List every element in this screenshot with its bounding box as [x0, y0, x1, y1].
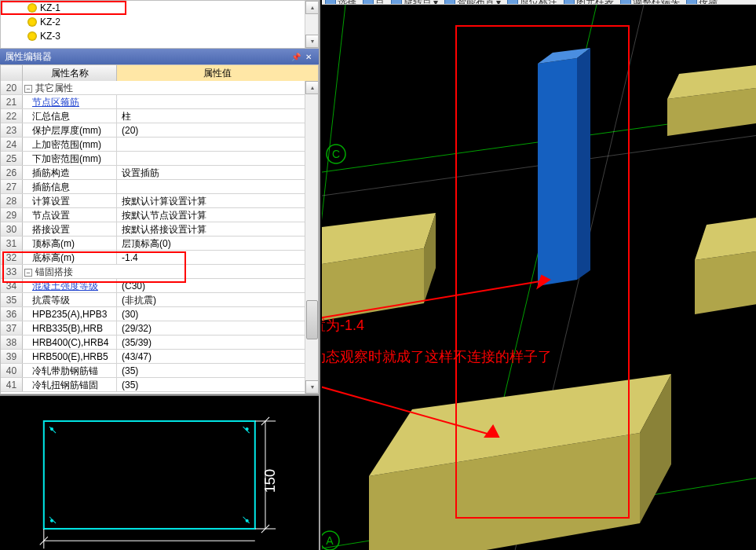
property-value[interactable]: (20)	[117, 123, 318, 137]
gear-icon	[27, 3, 37, 13]
property-name: 汇总信息	[23, 109, 117, 123]
property-name: HPB235(A),HPB3	[23, 307, 117, 321]
header-value: 属性值	[117, 65, 318, 81]
property-name: 顶标高(m)	[23, 236, 117, 250]
property-name: 上加密范围(mm)	[23, 138, 117, 151]
pin-icon[interactable]: 📌	[290, 51, 301, 62]
row-number: 32	[1, 251, 23, 264]
scroll-down-button[interactable]: ▾	[305, 380, 319, 394]
property-row[interactable]: 37HRB335(B),HRB(29/32)	[1, 321, 318, 336]
property-row[interactable]: 38HRB400(C),HRB4(35/39)	[1, 336, 318, 350]
property-value[interactable]: 按默认节点设置计算	[117, 208, 318, 222]
property-row[interactable]: 20−其它属性	[1, 81, 318, 95]
property-row[interactable]: 34混凝土强度等级(C30)	[1, 279, 318, 293]
property-value[interactable]: (43/47)	[117, 350, 318, 363]
property-row[interactable]: 27插筋信息	[1, 180, 318, 194]
property-value[interactable]: -1.4	[117, 251, 318, 264]
property-value[interactable]: (35)	[117, 364, 318, 377]
property-name: 插筋构造	[23, 166, 117, 179]
property-group-name: −其它属性	[23, 81, 318, 94]
property-name: HRB335(B),HRB	[23, 321, 117, 335]
row-number: 21	[1, 95, 23, 108]
property-name: 抗震等级	[23, 293, 117, 306]
property-value[interactable]	[117, 180, 318, 193]
property-row[interactable]: 39HRB500(E),HRB5(43/47)	[1, 350, 318, 364]
property-value[interactable]: (35/39)	[117, 336, 318, 349]
tree-label: KZ-3	[40, 31, 60, 42]
property-row[interactable]: 25下加密范围(mm)	[1, 152, 318, 166]
tree-item-kz2[interactable]: KZ-2	[1, 15, 318, 29]
property-name: HRB400(C),HRB4	[23, 336, 117, 349]
foundation-block	[695, 217, 756, 314]
property-row[interactable]: 31顶标高(m)层顶标高(0)	[1, 236, 318, 251]
property-name: 搭接设置	[23, 222, 117, 236]
property-row[interactable]: 30搭接设置按默认搭接设置计算	[1, 222, 318, 236]
row-number: 20	[1, 81, 23, 94]
property-value[interactable]: 柱	[117, 109, 318, 123]
collapse-icon[interactable]: −	[24, 85, 32, 93]
property-row[interactable]: 36HPB235(A),HPB3(30)	[1, 307, 318, 321]
property-row[interactable]: 33−锚固搭接	[1, 265, 318, 279]
property-value[interactable]: 层顶标高(0)	[117, 236, 318, 250]
row-number: 31	[1, 236, 23, 250]
gear-icon	[27, 31, 37, 41]
property-row[interactable]: 35抗震等级(非抗震)	[1, 293, 318, 307]
property-value[interactable]: 按默认计算设置计算	[117, 194, 318, 207]
svg-rect-0	[44, 421, 255, 529]
property-value[interactable]	[117, 95, 318, 108]
tree-label: KZ-1	[40, 2, 60, 13]
property-name: 插筋信息	[23, 180, 117, 193]
property-value[interactable]: (35)	[117, 378, 318, 391]
property-name: 底标高(m)	[23, 251, 117, 264]
property-value[interactable]: 设置插筋	[117, 166, 318, 179]
property-name: 冷轧扭钢筋锚固	[23, 378, 117, 391]
3d-scene[interactable]: C A	[322, 5, 756, 550]
scroll-down-button[interactable]: ▾	[305, 35, 319, 48]
collapse-icon[interactable]: −	[24, 269, 32, 277]
svg-line-6	[243, 427, 250, 433]
property-row[interactable]: 41冷轧扭钢筋锚固(35)	[1, 378, 318, 392]
foundation-block	[322, 213, 436, 321]
row-number: 34	[1, 279, 23, 292]
row-number: 26	[1, 166, 23, 179]
component-tree: KZ-1 KZ-2 KZ-3 ▴ ▾	[0, 0, 319, 49]
row-number: 29	[1, 208, 23, 222]
tree-item-kz3[interactable]: KZ-3	[1, 29, 318, 43]
property-value[interactable]: (非抗震)	[117, 293, 318, 306]
close-icon[interactable]: ✕	[303, 51, 314, 62]
scroll-thumb[interactable]	[306, 300, 318, 339]
property-value[interactable]: 按默认搭接设置计算	[117, 222, 318, 236]
property-row[interactable]: 21节点区箍筋	[1, 95, 318, 109]
header-name: 属性名称	[23, 65, 117, 81]
property-value[interactable]: (C30)	[117, 279, 318, 292]
property-value[interactable]: (29/32)	[117, 321, 318, 335]
property-scrollbar[interactable]: ▴ ▾	[305, 81, 318, 394]
svg-marker-36	[538, 58, 577, 286]
svg-line-7	[49, 517, 56, 523]
property-row[interactable]: 29节点设置按默认节点设置计算	[1, 208, 318, 222]
property-value[interactable]	[117, 138, 318, 151]
tree-item-kz1[interactable]: KZ-1	[1, 1, 318, 15]
tree-scrollbar[interactable]: ▴ ▾	[305, 1, 318, 48]
svg-line-8	[243, 517, 250, 523]
gear-icon	[27, 17, 37, 27]
scroll-up-button[interactable]: ▴	[305, 81, 319, 94]
scroll-up-button[interactable]: ▴	[305, 1, 319, 14]
property-row[interactable]: 40冷轧带肋钢筋锚(35)	[1, 364, 318, 378]
row-number: 35	[1, 293, 23, 306]
property-row[interactable]: 22汇总信息柱	[1, 109, 318, 123]
row-number: 22	[1, 109, 23, 123]
row-number: 40	[1, 364, 23, 377]
property-row[interactable]: 23保护层厚度(mm)(20)	[1, 123, 318, 138]
property-row[interactable]: 28计算设置按默认计算设置计算	[1, 194, 318, 208]
axis-mark-a: A	[326, 534, 334, 547]
property-value[interactable]: (30)	[117, 307, 318, 321]
3d-viewport[interactable]: 选择 点 旋转点▾ 智能布置▾ 原位标注 图元柱表 调整柱端头 按墙 C	[322, 0, 756, 550]
row-number: 38	[1, 336, 23, 349]
property-value[interactable]	[117, 152, 318, 165]
axis-mark-c: C	[332, 148, 340, 160]
property-table: 属性名称 属性值 20−其它属性21节点区箍筋22汇总信息柱23保护层厚度(mm…	[0, 64, 319, 394]
property-row[interactable]: 24上加密范围(mm)	[1, 138, 318, 152]
property-row[interactable]: 32底标高(m)-1.4	[1, 251, 318, 265]
property-row[interactable]: 26插筋构造设置插筋	[1, 166, 318, 180]
